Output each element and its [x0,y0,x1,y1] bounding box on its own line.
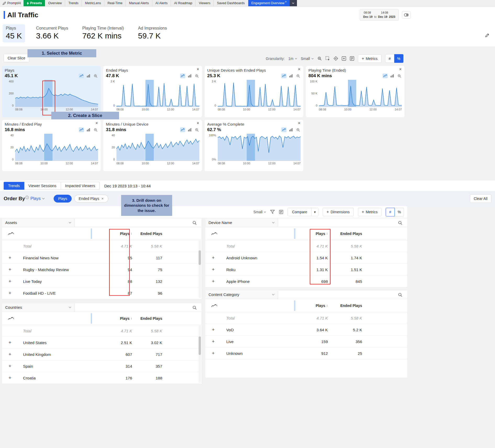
metric-playing-time[interactable]: Playing Time (Interval) 762 K mins [79,24,127,42]
column-header-plays[interactable]: Plays↓ [302,304,328,308]
chart-card-plays[interactable]: Plays 45.1 K 400 200 0 08:08 10:0 [2,66,101,117]
zoom-icon[interactable] [397,74,402,78]
ended-plays-chart[interactable] [116,80,199,107]
layout-icon[interactable] [350,56,354,61]
add-dimensions-button[interactable]: + Dimensions [323,208,353,216]
close-icon[interactable]: ✕ [298,67,301,71]
expand-row-icon[interactable]: + [2,279,18,284]
line-chart-icon[interactable] [281,74,286,78]
search-icon[interactable] [192,221,197,225]
search-icon[interactable] [192,305,197,310]
close-icon[interactable]: ✕ [298,121,301,125]
column-header-plays[interactable]: Plays↓ [302,232,328,236]
table-row[interactable]: + Unknown 912 25 [205,348,407,359]
trend-column-icon[interactable] [2,232,18,236]
clear-all-button[interactable]: Clear All [470,194,491,203]
table-row[interactable]: + Live Today 88 132 [2,276,201,287]
expand-row-icon[interactable]: + [205,351,221,356]
playing-time-chart[interactable] [319,80,402,107]
edit-metrics-button[interactable] [485,33,489,37]
table-row[interactable]: + Spain 314 357 [2,360,201,372]
add-metrics-button[interactable]: + Metrics [358,54,381,63]
zoom-icon[interactable] [295,127,301,132]
chart-card-ended-plays[interactable]: ✕ Ended Plays 47.8 K 3 K 0 08:08 10:0 [103,66,202,117]
expand-icon[interactable] [279,210,283,214]
zoom-icon[interactable] [93,127,98,132]
line-chart-icon[interactable] [383,74,388,78]
trend-column-icon[interactable] [205,304,221,307]
tab-viewer-sessions[interactable]: Viewer Sessions [24,182,61,190]
presets-button[interactable]: Presets [24,0,45,6]
nav-tab-realtime[interactable]: Real-Time [104,0,126,6]
chart-card-unique-devices[interactable]: ✕ Unique Devices with Ended Plays 25.3 K… [205,66,303,117]
minutes-unique-device-chart[interactable] [116,134,199,161]
column-header-ended-plays[interactable]: Ended Plays [328,232,362,236]
chart-size-dropdown[interactable]: Small [301,57,314,61]
compare-button[interactable]: Compare [288,208,311,216]
tab-impacted-viewers[interactable]: Impacted Viewers [61,182,100,190]
unique-devices-chart[interactable] [218,80,301,107]
percent-format-button[interactable]: % [394,54,403,63]
expand-row-icon[interactable]: + [205,339,221,344]
table-row[interactable]: + Live 159 356 [205,336,407,348]
expand-row-icon[interactable]: + [2,340,18,345]
expand-row-icon[interactable]: + [2,255,18,261]
table-percent-format-button[interactable]: % [395,208,404,216]
table-row[interactable]: + Financial News Now 95 117 [2,252,201,264]
search-icon[interactable] [398,221,402,225]
chart-card-average-complete[interactable]: ✕ Average % Complete 62.7 % 100% 0% 08:0… [205,120,303,171]
bar-chart-icon[interactable] [187,127,192,132]
chart-card-minutes-ended-play[interactable]: ✕ Minutes / Ended Play 16.8 mins 40 20 0 [2,120,101,171]
expand-row-icon[interactable]: + [2,363,18,369]
nav-tab-ai-roadmap[interactable]: AI Roadmap [171,0,195,6]
table-row[interactable]: + Roku 1.31 K 1.51 K [205,264,407,276]
metric-pill-ended-plays[interactable]: Ended Plays ✕ [74,195,108,203]
average-complete-chart[interactable] [218,134,301,161]
table-row[interactable]: + Android Unknown 1.54 K 1.74 K [205,252,407,264]
focus-icon[interactable] [334,56,338,61]
bar-chart-icon[interactable] [86,127,91,132]
nav-tab-engagement-overview[interactable]: Engagement Overview [248,0,290,6]
metric-concurrent-plays[interactable]: Concurrent Plays 3.66 K [33,24,71,42]
search-icon[interactable] [398,293,402,297]
nav-tab-viewers[interactable]: Viewers [196,0,214,6]
line-chart-icon[interactable] [79,127,84,132]
add-box-icon[interactable] [342,56,346,61]
nav-tab-trends[interactable]: Trends [65,0,82,6]
metric-plays[interactable]: Plays 45 K [3,24,25,42]
trend-column-icon[interactable] [2,316,18,320]
expand-row-icon[interactable]: + [2,352,18,357]
bar-chart-icon[interactable] [288,74,294,78]
scrollbar[interactable] [199,325,201,383]
nav-tab-metriclens[interactable]: MetricLens [82,0,104,6]
bar-chart-icon[interactable] [288,127,294,132]
number-format-button[interactable]: # [385,54,394,63]
expand-row-icon[interactable]: + [2,375,18,381]
minutes-ended-play-chart[interactable] [15,134,98,161]
nav-tab-ai-alerts[interactable]: AI Alerts [152,0,171,6]
chart-card-minutes-unique-device[interactable]: ✕ Minutes / Unique Device 31.8 mins 40 2… [103,120,202,171]
nav-tab-saved-dashboards[interactable]: Saved Dashboards [214,0,248,6]
zoom-in-icon[interactable] [317,56,322,61]
table-row[interactable]: + Croatia 176 188 [2,372,201,384]
countries-dimension-dropdown[interactable]: Countries [2,303,75,312]
granularity-dropdown[interactable]: 1m [288,57,297,61]
metric-pill-plays[interactable]: Plays [54,195,71,203]
line-chart-icon[interactable] [281,127,286,132]
close-icon[interactable]: ✕ [95,121,98,125]
bar-chart-icon[interactable] [86,74,91,78]
nav-tab-overview[interactable]: Overview [45,0,65,6]
metric-ad-impressions[interactable]: Ad Impressions 59.7 K [135,24,170,42]
bar-chart-icon[interactable] [390,74,395,78]
slice-select-icon[interactable] [325,56,330,61]
bar-chart-icon[interactable] [187,74,192,78]
close-icon[interactable]: ✕ [399,67,402,71]
column-header-plays[interactable]: Plays↓ [106,316,132,321]
column-header-ended-plays[interactable]: Ended Plays [328,304,362,308]
brand[interactable]: PromptAI [0,0,24,6]
expand-row-icon[interactable]: + [205,255,221,261]
expand-row-icon[interactable]: + [205,327,221,333]
trend-column-icon[interactable] [205,232,221,236]
order-by-dropdown[interactable]: Plays [30,196,45,201]
zoom-icon[interactable] [295,74,301,78]
